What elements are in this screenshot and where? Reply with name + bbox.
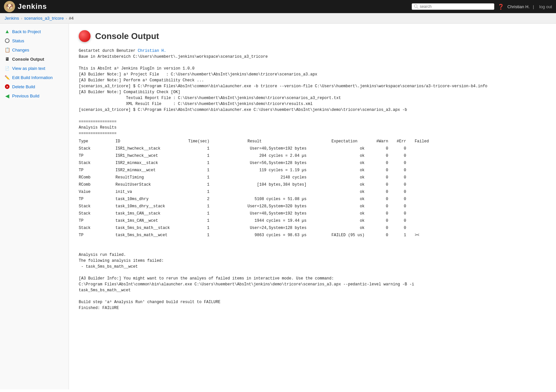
col-type: Type — [79, 138, 96, 145]
header: 🐶 Jenkins ❓ Christian H. | log out — [0, 0, 556, 13]
cell-id: ISR2_minmax__wcet — [96, 167, 175, 174]
cell-time: 1 — [175, 203, 215, 210]
breadcrumb-sep-1: › — [21, 16, 22, 20]
cell-expectation: ok — [312, 167, 370, 174]
cell-failed — [411, 196, 434, 203]
cell-expectation: ok — [312, 145, 370, 152]
search-box-wrap[interactable] — [412, 3, 494, 10]
cell-failed — [411, 203, 434, 210]
cell-failed — [411, 181, 434, 188]
cell-warn: 0 — [370, 203, 393, 210]
cell-id: task_10ms_dhry__stack — [96, 203, 175, 210]
cell-err: 0 — [393, 167, 411, 174]
cell-warn: 0 — [370, 232, 393, 239]
col-time: Time(sec) — [175, 138, 215, 145]
sidebar-item-console-output[interactable]: 🖥 Console Output — [0, 54, 69, 64]
header-left: 🐶 Jenkins — [4, 1, 47, 12]
analysis-table: Type ID Time(sec) Result Expectation #Wa… — [79, 138, 434, 239]
console-icon: 🖥 — [5, 56, 10, 62]
cell-result: 204 cycles = 2.04 µs — [215, 152, 312, 159]
sidebar-item-delete-build[interactable]: ✕ Delete Build — [0, 82, 69, 91]
cell-type: TP — [79, 196, 96, 203]
sidebar-item-label: Delete Build — [12, 84, 35, 89]
breadcrumb-sep-2: › — [66, 16, 67, 20]
cell-err: 0 — [393, 203, 411, 210]
cell-type: RComb — [79, 181, 96, 188]
page-title-row: Console Output — [79, 30, 546, 42]
table-row: TPtask_1ms_CAN__wcet11944 cycles = 19.44… — [79, 217, 434, 224]
sidebar-item-label: Previous Build — [12, 93, 39, 98]
cell-warn: 0 — [370, 167, 393, 174]
sidebar-item-back-to-project[interactable]: ▲ Back to Project — [0, 27, 69, 36]
build-status-icon — [79, 30, 91, 42]
cell-warn: 0 — [370, 188, 393, 196]
cell-type: RComb — [79, 174, 96, 181]
cell-time: 1 — [175, 224, 215, 232]
sidebar-item-status[interactable]: Status — [0, 36, 69, 45]
cell-type: Stack — [79, 145, 96, 152]
search-icon — [414, 4, 419, 9]
cell-time: 1 — [175, 181, 215, 188]
content-area: Console Output Gestartet durch Benutzer … — [69, 24, 556, 389]
cell-time: 1 — [175, 174, 215, 181]
cell-result: User=40,System=192 bytes — [215, 145, 312, 152]
sidebar-item-label: Back to Project — [12, 29, 41, 34]
prev-icon: ◀ — [5, 93, 10, 98]
cell-id: task_5ms_bs_math__wcet — [96, 232, 175, 239]
cell-err: 0 — [393, 196, 411, 203]
jenkins-logo: 🐶 — [4, 1, 15, 12]
user-link[interactable]: Christian H. — [138, 49, 166, 53]
changes-icon: 📋 — [5, 47, 10, 52]
cell-err: 0 — [393, 174, 411, 181]
cell-id: task_10ms_dhry — [96, 196, 175, 203]
header-right: ❓ Christian H. | log out — [412, 3, 552, 10]
sidebar-item-edit-build[interactable]: ✏️ Edit Build Information — [0, 73, 69, 82]
delete-icon: ✕ — [5, 84, 10, 89]
cell-err: 0 — [393, 224, 411, 232]
table-row: StackISR2_minmax__stack1User=56,System=1… — [79, 159, 434, 167]
analysis-tbody: StackISR1_hwcheck__stack1User=40,System=… — [79, 145, 434, 239]
search-input[interactable] — [420, 4, 492, 9]
cell-time: 1 — [175, 232, 215, 239]
col-result: Result — [215, 138, 312, 145]
circle-icon — [5, 38, 10, 43]
cell-id: ResultTiming — [96, 174, 175, 181]
table-row: StackISR1_hwcheck__stack1User=40,System=… — [79, 145, 434, 152]
cell-result: 1944 cycles = 19.44 µs — [215, 217, 312, 224]
help-icon[interactable]: ❓ — [498, 4, 504, 10]
cell-warn: 0 — [370, 217, 393, 224]
cell-expectation: ok — [312, 159, 370, 167]
jenkins-title: Jenkins — [18, 2, 47, 11]
cell-type: TP — [79, 152, 96, 159]
logout-link[interactable]: log out — [539, 4, 552, 9]
cell-id: init_va — [96, 188, 175, 196]
sidebar-item-view-plain[interactable]: 📄 View as plain text — [0, 64, 69, 73]
col-id: ID — [96, 138, 175, 145]
cell-time: 1 — [175, 217, 215, 224]
cell-time: 1 — [175, 167, 215, 174]
cell-id: ResultUserStack — [96, 181, 175, 188]
sidebar-item-label: Status — [12, 38, 24, 43]
breadcrumb-jenkins[interactable]: Jenkins — [5, 16, 19, 21]
cell-expectation: ok — [312, 188, 370, 196]
svg-line-1 — [417, 7, 418, 9]
cell-expectation: ok — [312, 203, 370, 210]
cell-failed — [411, 217, 434, 224]
sidebar-item-previous-build[interactable]: ◀ Previous Build — [0, 91, 69, 100]
console-line-1: Gestartet durch Benutzer Christian H. Ba… — [79, 49, 487, 136]
cell-failed — [411, 210, 434, 217]
cell-expectation: ok — [312, 152, 370, 159]
sidebar-item-label: View as plain text — [12, 66, 45, 71]
analysis-table-wrap: Type ID Time(sec) Result Expectation #Wa… — [79, 138, 546, 239]
edit-icon: ✏️ — [5, 75, 10, 80]
sidebar-item-changes[interactable]: 📋 Changes — [0, 45, 69, 54]
cell-err: 0 — [393, 152, 411, 159]
cell-expectation: ok — [312, 210, 370, 217]
breadcrumb-project[interactable]: scenarios_a3_tricore — [24, 16, 64, 21]
cell-id: ISR1_hwcheck__wcet — [96, 152, 175, 159]
cell-failed — [411, 152, 434, 159]
col-failed: Failed — [411, 138, 434, 145]
cell-expectation: ok — [312, 181, 370, 188]
cell-failed — [411, 145, 434, 152]
cell-time: 2 — [175, 196, 215, 203]
